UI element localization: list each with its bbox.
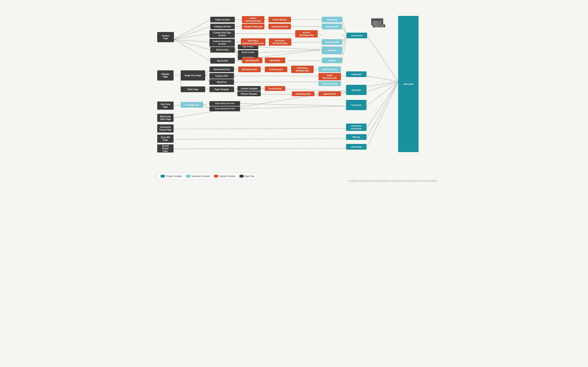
svg-line-24 xyxy=(258,47,322,50)
svg-line-2 xyxy=(173,34,209,39)
mimetype-subtype-node: $mimetype $subtype.php xyxy=(291,66,314,73)
svg-line-13 xyxy=(342,26,347,35)
svg-line-5 xyxy=(173,39,210,61)
paged-true-label: Paged: true paged.php xyxy=(371,18,383,25)
taxonomy-php2-node: taxonomy.php xyxy=(322,39,342,45)
subtype-node: $subtype.php xyxy=(265,67,287,72)
author-archive-node: Author Archive xyxy=(210,17,235,22)
svg-line-55 xyxy=(173,105,181,106)
author-nicename-node: author- $nicename.php xyxy=(242,16,264,23)
svg-line-47 xyxy=(234,89,237,89)
svg-line-21 xyxy=(235,47,238,50)
category-archive-node: Category Archive xyxy=(210,24,235,29)
search-php-node: search.php xyxy=(346,144,366,150)
svg-line-1 xyxy=(173,26,210,39)
svg-line-34 xyxy=(205,69,209,75)
home-php-node: home.php xyxy=(346,100,366,110)
author-id-node: author-$id.php xyxy=(268,17,291,22)
category-slug-node: category-$slug.php xyxy=(242,24,264,29)
comments-popup-node: Comments Popup Page xyxy=(157,124,173,133)
variable-color-swatch xyxy=(214,175,218,178)
legend-variable: Variable Template xyxy=(214,175,235,178)
primary-color-swatch xyxy=(161,175,165,178)
tag-php-node: tag.php xyxy=(322,58,342,63)
svg-line-35 xyxy=(205,75,209,76)
error-404-page-node: Error 404 Page xyxy=(157,134,173,143)
svg-line-66 xyxy=(173,149,346,149)
tag-slug-node: tag-$slug.php xyxy=(242,58,262,63)
front-page-php-node: front-page.php xyxy=(181,102,203,108)
svg-line-20 xyxy=(342,35,347,42)
category-php-node: category.php xyxy=(322,24,342,29)
svg-line-3 xyxy=(173,39,209,42)
taxonomy-php-node: taxonomy- $taxonomy.php xyxy=(269,38,291,46)
svg-line-0 xyxy=(173,20,210,39)
custom-template-node: Custom Template xyxy=(237,86,261,91)
legend-secondary: Secondary Template xyxy=(186,175,210,178)
svg-line-65 xyxy=(366,82,398,139)
secondary-color-swatch xyxy=(186,175,190,178)
comments-popup-php-node: comments- popup.php xyxy=(346,124,366,131)
category-id-node: category-$id.php xyxy=(268,24,291,29)
archive-page-node: Archive Page xyxy=(157,32,174,42)
legend: Primary Template Secondary Template Vari… xyxy=(157,173,258,179)
page-slug-node: page-$slug.php xyxy=(292,91,314,96)
single-post-php-node: single-post.php xyxy=(319,81,341,86)
mimetype-node: $mimetype.php xyxy=(238,67,261,72)
page-php-node: page.php xyxy=(346,85,366,95)
svg-line-60 xyxy=(366,82,398,106)
svg-line-58 xyxy=(240,104,346,106)
site-front-page-node: Site Front Page xyxy=(157,101,173,110)
svg-line-64 xyxy=(173,139,346,139)
blog-post-node: Blog Post xyxy=(209,79,234,85)
page-wrapper: Archive Page Author Archive Category Arc… xyxy=(147,0,441,184)
tag-archive-node: Tag Archive xyxy=(210,58,235,64)
svg-line-67 xyxy=(366,82,398,149)
date-archive-node: Date Archive xyxy=(210,47,235,53)
single-posttype-node: single- $posttype.php xyxy=(319,73,341,80)
tag-id-node: tag-$id.php xyxy=(265,58,285,63)
custom-php-node: $custom.php xyxy=(265,86,285,91)
error-404-php-node: 404.php xyxy=(346,134,366,140)
svg-line-44 xyxy=(366,76,398,82)
archive-php-node: archive.php xyxy=(347,33,367,38)
svg-line-4 xyxy=(173,39,210,50)
svg-line-62 xyxy=(173,128,346,129)
svg-line-26 xyxy=(258,50,322,58)
svg-line-22 xyxy=(235,50,238,53)
author-php-node: author.php xyxy=(322,17,342,22)
svg-line-25 xyxy=(258,50,322,53)
page-shown-on-front-node: Page Shown On Front xyxy=(209,101,240,106)
paged-false-label: Paged: false xyxy=(373,25,385,27)
default-template-node: Default Template xyxy=(237,91,261,96)
svg-line-54 xyxy=(366,82,398,92)
month-archive-node: Month Archive xyxy=(238,50,258,55)
svg-line-9 xyxy=(342,20,347,35)
custom-post-node: Custom Post xyxy=(209,73,234,79)
archive-posttype-node: archive- $posttype.php xyxy=(295,30,318,38)
svg-line-56 xyxy=(203,104,209,105)
svg-line-23 xyxy=(235,50,238,58)
svg-line-63 xyxy=(366,82,398,128)
custom-tax-archive-node: Custom Taxonomy Archive xyxy=(209,39,235,47)
page-id-node: page-$id.php xyxy=(319,91,341,96)
index-php-node: index.php xyxy=(398,16,419,152)
static-page-node: Static Page xyxy=(181,86,205,92)
attachment-post-node: Attachment Post xyxy=(209,67,234,72)
page-template-node: Page Template xyxy=(209,86,234,92)
svg-line-48 xyxy=(234,89,237,94)
date-php-node: date.php xyxy=(322,47,342,54)
legend-page-type: Page Type xyxy=(240,175,255,178)
cpt-archive-node: Custom Post Type Archive xyxy=(209,30,235,38)
taxonomy-term-node: taxonomy- $taxonomy-$term.php xyxy=(241,38,265,46)
legend-primary: Primary Template xyxy=(161,175,182,178)
singular-page-node: Singular Page xyxy=(157,70,173,81)
svg-line-15 xyxy=(318,34,322,35)
blog-posts-index-node: Blog Posts Index Page xyxy=(157,114,173,122)
footer-credit: Designed By Michelle Schulp at marktimem… xyxy=(349,180,437,182)
svg-line-32 xyxy=(367,35,398,82)
svg-line-31 xyxy=(342,35,347,61)
posts-shown-on-front-node: Posts Shown On Front xyxy=(209,106,240,111)
svg-line-36 xyxy=(205,75,209,82)
single-php-node: single.php xyxy=(346,71,366,77)
